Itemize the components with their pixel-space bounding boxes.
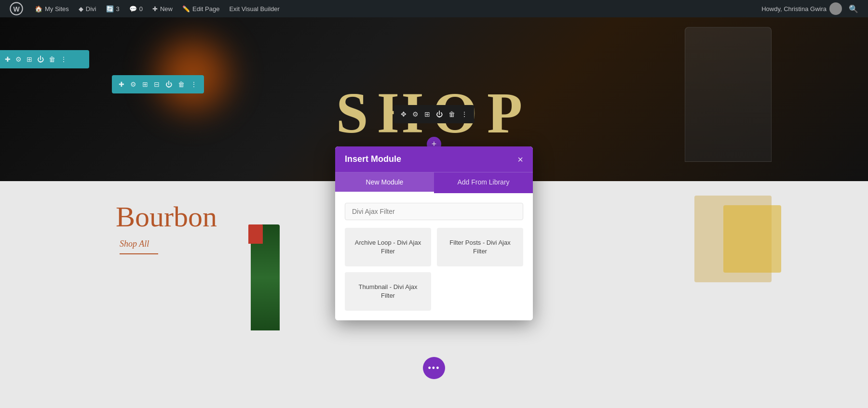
module-label-thumbnail: Thumbnail - Divi Ajax Filter <box>353 283 423 300</box>
modal-close-button[interactable]: × <box>517 155 523 164</box>
module-item-thumbnail[interactable]: Thumbnail - Divi Ajax Filter <box>345 272 431 311</box>
exit-builder-label: Exit Visual Builder <box>229 5 280 13</box>
new-item[interactable]: ✚ New <box>149 0 176 17</box>
module-item-archive-loop[interactable]: Archive Loop - Divi Ajax Filter <box>345 228 431 266</box>
svg-text:W: W <box>13 5 20 13</box>
my-sites-icon: 🏠 <box>35 5 42 13</box>
divi-icon: ◆ <box>79 5 83 13</box>
tab-add-from-library[interactable]: Add From Library <box>434 172 533 193</box>
admin-bar-right: Howdy, Christina Gwira 🔍 <box>761 2 862 15</box>
module-item-filter-posts[interactable]: Filter Posts - Divi Ajax Filter <box>437 228 523 266</box>
module-label-archive-loop: Archive Loop - Divi Ajax Filter <box>353 238 423 256</box>
exit-builder-item[interactable]: Exit Visual Builder <box>225 0 284 17</box>
module-search-input[interactable] <box>345 203 523 220</box>
comments-icon: 💬 <box>129 5 137 13</box>
modal-overlay: Insert Module × New Module Add From Libr… <box>0 17 868 408</box>
wp-logo-item[interactable]: W <box>6 0 29 17</box>
search-icon[interactable]: 🔍 <box>845 4 862 13</box>
updates-count: 3 <box>116 5 120 13</box>
edit-page-label: Edit Page <box>192 5 219 13</box>
my-sites-label: My Sites <box>45 5 69 13</box>
updates-item[interactable]: 🔄 3 <box>102 0 123 17</box>
updates-icon: 🔄 <box>106 5 114 13</box>
insert-module-modal: Insert Module × New Module Add From Libr… <box>335 146 533 320</box>
comments-item[interactable]: 💬 0 <box>125 0 147 17</box>
divi-item[interactable]: ◆ Divi <box>75 0 100 17</box>
module-label-filter-posts: Filter Posts - Divi Ajax Filter <box>445 238 515 256</box>
new-label: New <box>160 5 173 13</box>
tab-new-module-label: New Module <box>366 178 404 186</box>
tab-add-from-library-label: Add From Library <box>457 178 509 186</box>
modal-header: Insert Module × <box>335 146 533 172</box>
modal-body: Archive Loop - Divi Ajax Filter Filter P… <box>335 193 533 320</box>
comments-count: 0 <box>139 5 143 13</box>
module-grid: Archive Loop - Divi Ajax Filter Filter P… <box>345 228 523 311</box>
edit-icon: ✏️ <box>182 5 190 13</box>
modal-title: Insert Module <box>345 154 401 164</box>
tab-new-module[interactable]: New Module <box>335 172 434 193</box>
avatar <box>829 2 842 15</box>
user-greeting: Howdy, Christina Gwira <box>761 5 827 13</box>
divi-label: Divi <box>86 5 96 13</box>
page-content: Bourbon Shop All SHOP ✚ ⚙ ⊞ ⏻ 🗑 ⋮ ✚ ⚙ ⊞ … <box>0 17 868 408</box>
edit-page-item[interactable]: ✏️ Edit Page <box>178 0 223 17</box>
my-sites-item[interactable]: 🏠 My Sites <box>31 0 73 17</box>
admin-bar: W 🏠 My Sites ◆ Divi 🔄 3 💬 0 ✚ New ✏️ Edi… <box>0 0 868 17</box>
new-icon: ✚ <box>152 5 158 13</box>
modal-tabs: New Module Add From Library <box>335 172 533 193</box>
